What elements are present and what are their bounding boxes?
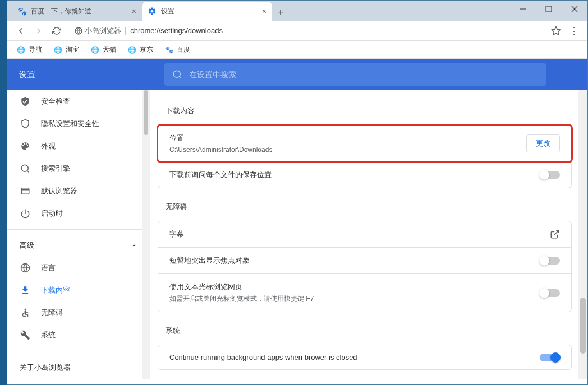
svg-point-16 — [25, 309, 26, 310]
sidebar-item-search[interactable]: 搜索引擎 — [7, 157, 150, 180]
maximize-button[interactable] — [536, 1, 562, 17]
tab-baidu[interactable]: 🐾 百度一下，你就知道 × — [12, 2, 142, 21]
settings-content: 安全检查 隐私设置和安全性 外观 搜索引擎 默认浏览器 启动时 高级 语言 下载… — [7, 90, 587, 379]
bookmark-jd[interactable]: 🌐京东 — [123, 43, 158, 57]
shield-check-icon — [20, 96, 31, 106]
minimize-button[interactable] — [510, 1, 536, 17]
ask-label: 下载前询问每个文件的保存位置 — [169, 170, 272, 180]
sidebar-item-languages[interactable]: 语言 — [7, 257, 150, 279]
bookmark-star-icon[interactable] — [547, 22, 565, 40]
sidebar-scrollbar[interactable] — [142, 90, 150, 379]
settings-search-input[interactable] — [189, 70, 538, 79]
background-apps-row: Continue running background apps when br… — [158, 345, 571, 369]
svg-point-9 — [21, 165, 28, 171]
browser-window: 🐾 百度一下，你就知道 × 设置 × + 小岛浏览器 | chrome://se… — [7, 0, 588, 385]
reload-button[interactable] — [48, 22, 66, 40]
globe-icon — [20, 263, 31, 273]
svg-line-8 — [179, 76, 181, 78]
system-card: Continue running background apps when br… — [158, 345, 572, 370]
section-downloads-title: 下载内容 — [166, 106, 572, 116]
settings-title: 设置 — [19, 69, 164, 80]
settings-gear-icon — [148, 7, 157, 16]
power-icon — [20, 208, 31, 219]
close-button[interactable] — [562, 1, 587, 17]
section-system-title: 系统 — [166, 326, 572, 336]
accessibility-icon — [20, 308, 31, 318]
captions-row[interactable]: 字幕 — [158, 221, 571, 247]
sidebar-item-system[interactable]: 系统 — [7, 324, 150, 346]
change-location-button[interactable]: 更改 — [526, 134, 560, 152]
background-apps-toggle[interactable] — [540, 354, 560, 361]
search-icon — [172, 69, 182, 80]
sidebar-item-downloads[interactable]: 下载内容 — [7, 279, 150, 301]
main-scroll-thumb[interactable] — [580, 298, 586, 354]
svg-point-7 — [173, 71, 180, 77]
site-info-icon[interactable] — [75, 27, 82, 35]
globe-icon: 🌐 — [16, 45, 25, 54]
bookmark-baidu[interactable]: 🐾百度 — [160, 43, 195, 57]
tab-settings[interactable]: 设置 × — [142, 2, 272, 21]
sidebar-advanced-toggle[interactable]: 高级 — [7, 234, 150, 257]
ask-before-download-row: 下载前询问每个文件的保存位置 — [158, 162, 571, 188]
sidebar-item-default-browser[interactable]: 默认浏览器 — [7, 180, 150, 202]
chevron-up-icon — [131, 242, 137, 249]
bookmark-tmall[interactable]: 🌐天猫 — [86, 43, 121, 57]
sidebar-item-appearance[interactable]: 外观 — [7, 135, 150, 157]
download-icon — [20, 285, 31, 295]
svg-line-17 — [554, 230, 559, 235]
tab-close-icon[interactable]: × — [262, 7, 267, 16]
new-tab-button[interactable]: + — [272, 4, 289, 21]
window-controls — [510, 1, 587, 17]
baidu-icon: 🐾 — [164, 45, 173, 54]
bookmark-bar: 🌐导航 🌐淘宝 🌐天猫 🌐京东 🐾百度 — [7, 41, 587, 59]
sidebar-item-safety-check[interactable]: 安全检查 — [7, 90, 150, 113]
settings-header: 设置 — [7, 59, 587, 90]
downloads-ask-card: 下载前询问每个文件的保存位置 — [158, 162, 572, 188]
tab-title: 百度一下，你就知道 — [31, 7, 91, 16]
main-scrollbar[interactable] — [578, 90, 587, 379]
window-icon — [20, 186, 31, 196]
location-path: C:\Users\Administrator\Downloads — [169, 146, 526, 154]
address-bar: 小岛浏览器 | chrome://settings/downloads ⋮ — [7, 21, 587, 41]
bookmark-taobao[interactable]: 🌐淘宝 — [49, 43, 84, 57]
baidu-icon: 🐾 — [17, 7, 26, 16]
location-label: 位置 — [169, 133, 526, 143]
settings-search-box[interactable] — [164, 63, 546, 86]
wrench-icon — [20, 330, 31, 340]
shield-icon — [20, 119, 31, 129]
downloads-location-card: 位置 C:\Users\Administrator\Downloads 更改 — [158, 125, 572, 162]
sidebar-item-privacy[interactable]: 隐私设置和安全性 — [7, 113, 150, 135]
bookmark-nav[interactable]: 🌐导航 — [12, 43, 47, 57]
back-button[interactable] — [12, 22, 30, 40]
sidebar-item-startup[interactable]: 启动时 — [7, 202, 150, 225]
ask-before-download-toggle[interactable] — [540, 171, 560, 179]
sidebar-item-accessibility[interactable]: 无障碍 — [7, 301, 150, 324]
sidebar-about[interactable]: 关于小岛浏览器 — [7, 356, 150, 379]
external-link-icon — [550, 229, 560, 239]
search-icon — [20, 164, 31, 174]
focus-highlight-toggle[interactable] — [540, 257, 560, 265]
sidebar-scroll-thumb[interactable] — [144, 90, 148, 135]
settings-sidebar: 安全检查 隐私设置和安全性 外观 搜索引擎 默认浏览器 启动时 高级 语言 下载… — [7, 90, 150, 379]
accessibility-card: 字幕 短暂地突出显示焦点对象 使用文本光标浏览网页 如需开启或关闭光标浏览模式，… — [158, 221, 572, 312]
focus-highlight-row: 短暂地突出显示焦点对象 — [158, 247, 571, 273]
url-field[interactable]: 小岛浏览器 | chrome://settings/downloads — [69, 23, 544, 39]
tab-bar: 🐾 百度一下，你就知道 × 设置 × + — [7, 1, 587, 21]
section-accessibility-title: 无障碍 — [166, 202, 572, 212]
url-path: chrome://settings/downloads — [130, 26, 223, 35]
globe-icon: 🌐 — [53, 45, 62, 54]
tab-title: 设置 — [161, 7, 174, 16]
svg-rect-11 — [21, 188, 29, 194]
browser-menu-button[interactable]: ⋮ — [565, 22, 583, 40]
download-location-row: 位置 C:\Users\Administrator\Downloads 更改 — [158, 126, 571, 161]
caret-browsing-row: 使用文本光标浏览网页 如需开启或关闭光标浏览模式，请使用快捷键 F7 — [158, 273, 571, 312]
svg-line-10 — [27, 170, 29, 172]
svg-marker-6 — [552, 26, 561, 34]
palette-icon — [20, 141, 31, 151]
caret-browsing-toggle[interactable] — [540, 289, 560, 297]
svg-rect-1 — [546, 6, 552, 12]
forward-button[interactable] — [30, 22, 48, 40]
tab-close-icon[interactable]: × — [132, 7, 136, 16]
globe-icon: 🌐 — [127, 45, 136, 54]
settings-main: 下载内容 位置 C:\Users\Administrator\Downloads… — [150, 90, 587, 379]
